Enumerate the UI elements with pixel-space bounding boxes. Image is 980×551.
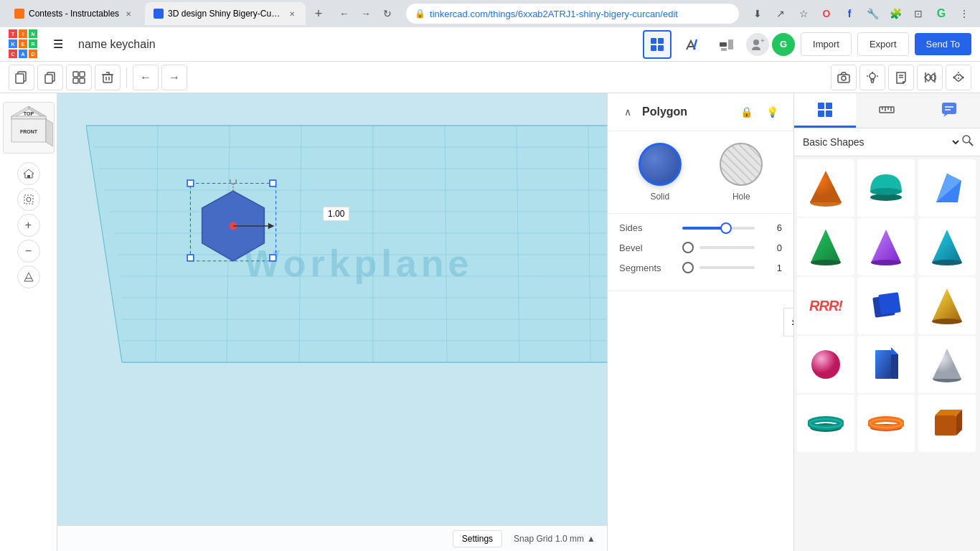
camera-button[interactable] xyxy=(831,65,857,90)
hole-option[interactable]: Hole xyxy=(720,143,763,202)
grid-icon xyxy=(649,37,665,52)
left-panel: TOP FRONT + − xyxy=(0,93,57,551)
home-view-button[interactable] xyxy=(17,162,40,185)
zoom-out-button[interactable]: − xyxy=(17,240,40,263)
code-blocks-button[interactable] xyxy=(712,30,740,59)
3d-tools-button[interactable] xyxy=(677,30,706,59)
shape-cube-navy[interactable] xyxy=(857,277,915,334)
svg-marker-101 xyxy=(871,230,901,263)
extension-icon[interactable]: 🔧 xyxy=(862,4,882,24)
tab-tinkercad[interactable]: 3D design Shiny Bigery-Curcan | ✕ xyxy=(145,2,306,25)
svg-text:FRONT: FRONT xyxy=(19,129,37,134)
shape-text-3d[interactable]: RRR! xyxy=(797,277,854,334)
snap-grid-arrow[interactable]: ▲ xyxy=(587,534,595,544)
bevel-circle[interactable] xyxy=(682,242,694,253)
chat-tab-icon xyxy=(941,101,958,118)
svg-rect-121 xyxy=(935,415,956,435)
browser-actions: ⬇ ↗ ☆ O f 🔧 🧩 ⊡ G ⋮ xyxy=(748,4,974,24)
mirror-button[interactable] xyxy=(946,65,971,90)
settings-button[interactable]: Settings xyxy=(453,530,502,547)
tab-ruler[interactable] xyxy=(856,93,918,128)
solid-label: Solid xyxy=(650,192,669,202)
search-bar: Basic Shapes xyxy=(794,128,980,156)
copy-button[interactable] xyxy=(37,65,63,90)
shape-pyramid-yellow[interactable] xyxy=(918,277,976,334)
grid-view-button[interactable] xyxy=(643,30,672,59)
svg-rect-18 xyxy=(103,75,112,83)
puzzle-icon[interactable]: 🧩 xyxy=(885,4,905,24)
notes-button[interactable] xyxy=(888,65,914,90)
shape-cone-gray[interactable] xyxy=(918,336,976,393)
polygon-on-canvas[interactable] xyxy=(187,179,280,273)
shape-cone-orange[interactable] xyxy=(797,159,854,217)
shape-pyramid-cyan[interactable] xyxy=(918,218,976,276)
svg-marker-76 xyxy=(268,223,275,230)
reload-button[interactable]: ↻ xyxy=(377,4,397,24)
svg-marker-112 xyxy=(891,347,898,354)
star-icon[interactable]: ☆ xyxy=(793,4,814,24)
sidebar-toggle[interactable]: ⊡ xyxy=(908,4,928,24)
forward-button[interactable]: → xyxy=(356,4,376,24)
fit-view-button[interactable] xyxy=(17,188,40,211)
shape-prism-blue[interactable] xyxy=(857,336,915,393)
shapes-tab-icon xyxy=(816,101,834,118)
share-icon[interactable]: ↗ xyxy=(771,4,791,24)
tab-close-instructables[interactable]: ✕ xyxy=(123,9,133,19)
tab-instructables[interactable]: Contests - Instructables ✕ xyxy=(6,2,142,25)
profile-icon[interactable]: G xyxy=(931,4,951,24)
category-select[interactable]: Basic Shapes xyxy=(800,136,961,149)
duplicate-button[interactable] xyxy=(9,65,34,90)
perspective-button[interactable] xyxy=(17,265,40,288)
solid-option[interactable]: Solid xyxy=(639,143,682,202)
address-bar[interactable]: 🔒 tinkercad.com/things/6xxab2ATRJ1-shiny… xyxy=(406,4,739,24)
search-button[interactable] xyxy=(961,134,974,150)
svg-rect-70 xyxy=(270,180,276,187)
back-button[interactable]: ← xyxy=(334,4,354,24)
canvas-area[interactable]: Workplane 1.00 ∧ xyxy=(57,93,793,551)
shape-pyramid-green[interactable] xyxy=(797,218,854,276)
export-button[interactable]: Export xyxy=(857,32,909,56)
opera-icon[interactable]: O xyxy=(816,4,837,24)
bottom-bar: Settings Snap Grid 1.0 mm ▲ xyxy=(57,525,607,551)
browser-icon1[interactable]: f xyxy=(839,4,859,24)
shape-pyramid-purple[interactable] xyxy=(857,218,915,276)
bevel-row: Bevel 0 xyxy=(619,242,782,253)
hamburger-button[interactable]: ☰ xyxy=(47,33,70,56)
view-cube[interactable]: TOP FRONT xyxy=(3,102,55,154)
shape-fragment-blue[interactable] xyxy=(918,159,976,217)
snap-button[interactable] xyxy=(917,65,943,90)
user-avatar[interactable]: G xyxy=(772,33,795,56)
shape-half-sphere-teal[interactable] xyxy=(857,159,915,217)
zoom-in-button[interactable]: + xyxy=(17,214,40,237)
import-button[interactable]: Import xyxy=(801,32,852,56)
tab-chat[interactable] xyxy=(918,93,980,128)
svg-marker-36 xyxy=(11,116,46,119)
download-icon[interactable]: ⬇ xyxy=(748,4,768,24)
menu-icon[interactable]: ⋮ xyxy=(954,4,974,24)
send-to-button[interactable]: Send To xyxy=(915,33,971,55)
project-title: name keychain xyxy=(78,38,634,51)
panel-light-button[interactable]: 💡 xyxy=(762,102,782,122)
shape-torus-orange[interactable] xyxy=(857,395,915,452)
group-button[interactable] xyxy=(66,65,92,90)
new-tab-button[interactable]: + xyxy=(308,4,329,24)
tab-shapes[interactable] xyxy=(794,93,856,128)
segments-value: 1 xyxy=(760,263,782,273)
shape-sphere-pink[interactable] xyxy=(797,336,854,393)
svg-marker-103 xyxy=(932,230,962,263)
tab-close-tinkercad[interactable]: ✕ xyxy=(287,9,297,19)
sides-slider-thumb[interactable] xyxy=(720,222,732,234)
panel-expand-button[interactable]: › xyxy=(783,308,793,336)
add-user-button[interactable]: + xyxy=(746,33,769,56)
redo-button[interactable]: → xyxy=(161,65,187,90)
svg-rect-5 xyxy=(728,39,733,50)
shape-brown-box[interactable] xyxy=(918,395,976,452)
shape-ring-teal[interactable] xyxy=(797,395,854,452)
light-button[interactable] xyxy=(859,65,885,90)
logo-i: I xyxy=(19,29,27,38)
panel-collapse-button[interactable]: ∧ xyxy=(619,103,636,121)
segments-circle[interactable] xyxy=(682,262,694,273)
panel-lock-button[interactable]: 🔒 xyxy=(736,102,756,122)
undo-button[interactable]: ← xyxy=(133,65,159,90)
delete-button[interactable] xyxy=(95,65,121,90)
